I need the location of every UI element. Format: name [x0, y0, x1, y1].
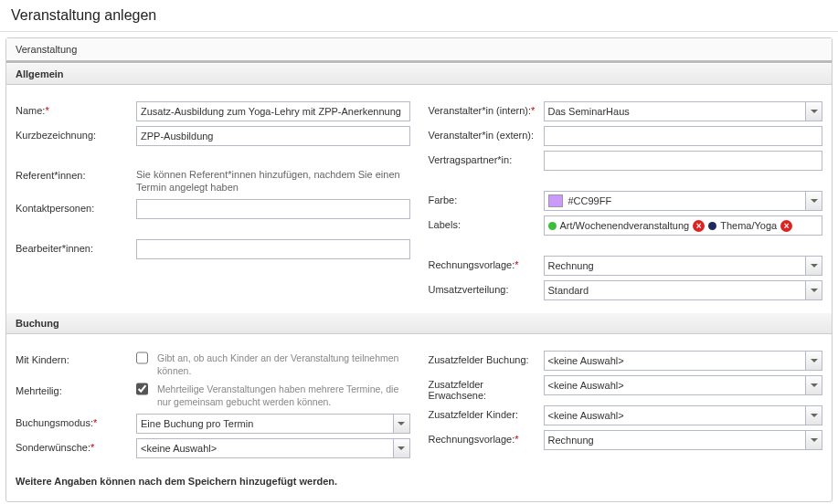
label-rechnung2: Rechnungsvorlage:* — [429, 430, 544, 445]
label-zf-buchung: Zusatzfelder Buchung: — [429, 351, 544, 365]
color-swatch-icon — [548, 194, 563, 207]
remove-tag-icon[interactable]: × — [780, 220, 792, 232]
input-name[interactable] — [136, 101, 410, 121]
combo-rechnung2[interactable]: Rechnung — [544, 430, 823, 450]
page-title: Veranstaltung anlegen — [0, 0, 838, 32]
hint-referent: Sie können Referent*innen hinzufügen, na… — [136, 166, 410, 194]
tag-dot-icon — [548, 222, 557, 230]
main-panel: Veranstaltung Allgemein Name:* Kurzbezei… — [5, 37, 833, 502]
input-veranst-extern[interactable] — [544, 126, 823, 146]
combo-sonder[interactable]: <keine Auswahl> — [136, 438, 410, 458]
labels-box[interactable]: Art/Wochenendveranstaltung × Thema/Yoga … — [544, 215, 823, 236]
label-veranst-extern: Veranstalter*in (extern): — [429, 126, 544, 141]
allgemein-left-column: Name:* Kurzbezeichnung: Referent*innen: … — [16, 101, 410, 305]
remove-tag-icon[interactable]: × — [693, 220, 705, 232]
hint-mitkindern: Gibt an, ob auch Kinder an der Veranstal… — [157, 351, 410, 377]
tag-thema: Thema/Yoga × — [708, 220, 792, 232]
combo-veranst-intern[interactable]: Das SeminarHaus — [544, 101, 823, 121]
combo-zf-kinder[interactable]: <keine Auswahl> — [544, 405, 823, 425]
allgemein-right-column: Veranstalter*in (intern):* Das SeminarHa… — [429, 101, 823, 305]
label-mitkindern: Mit Kindern: — [16, 351, 136, 365]
label-labels: Labels: — [429, 215, 544, 230]
section-header-buchung: Buchung — [6, 312, 832, 334]
chevron-down-icon[interactable] — [805, 192, 822, 210]
combo-zf-erw[interactable]: <keine Auswahl> — [544, 375, 823, 395]
footer-note: Weitere Angaben können nach dem Speicher… — [6, 470, 832, 501]
checkbox-mehrteilig[interactable] — [136, 383, 148, 395]
input-bearbeiter[interactable] — [136, 239, 410, 259]
label-vertrag: Vertragspartner*in: — [429, 151, 544, 165]
label-name: Name:* — [16, 101, 136, 116]
tab-veranstaltung[interactable]: Veranstaltung — [6, 38, 832, 63]
buchung-right-column: Zusatzfelder Buchung: <keine Auswahl> Zu… — [429, 351, 823, 463]
combo-umsatz[interactable]: Standard — [544, 280, 823, 300]
chevron-down-icon[interactable] — [805, 376, 822, 394]
chevron-down-icon[interactable] — [393, 439, 409, 457]
chevron-down-icon[interactable] — [805, 281, 822, 299]
label-rechnung1: Rechnungsvorlage:* — [429, 256, 544, 270]
chevron-down-icon[interactable] — [805, 352, 822, 370]
input-kontakt[interactable] — [136, 199, 410, 219]
combo-farbe[interactable]: #CC99FF — [544, 191, 823, 211]
label-farbe: Farbe: — [429, 191, 544, 205]
chevron-down-icon[interactable] — [805, 406, 822, 425]
section-header-allgemein: Allgemein — [6, 63, 832, 85]
label-zf-kinder: Zusatzfelder Kinder: — [429, 405, 544, 420]
input-vertrag[interactable] — [544, 151, 823, 171]
label-sonder: Sonderwünsche:* — [16, 438, 136, 453]
label-referent: Referent*innen: — [16, 166, 136, 181]
chevron-down-icon[interactable] — [393, 415, 409, 433]
label-kontakt: Kontaktpersonen: — [16, 199, 136, 214]
tag-dot-icon — [708, 222, 716, 230]
chevron-down-icon[interactable] — [805, 431, 822, 449]
label-kurz: Kurzbezeichnung: — [16, 126, 136, 141]
hint-mehrteilig: Mehrteilige Veranstaltungen haben mehrer… — [157, 382, 410, 408]
label-zf-erw: Zusatzfelder Erwachsene: — [429, 375, 544, 401]
combo-zf-buchung[interactable]: <keine Auswahl> — [544, 351, 823, 371]
label-veranst-intern: Veranstalter*in (intern):* — [429, 101, 544, 116]
label-umsatz: Umsatzverteilung: — [429, 280, 544, 295]
input-kurz[interactable] — [136, 126, 410, 146]
label-modus: Buchungsmodus:* — [16, 414, 136, 428]
label-mehrteilig: Mehrteilig: — [16, 382, 136, 396]
tag-art: Art/Wochenendveranstaltung × — [548, 220, 705, 232]
combo-modus[interactable]: Eine Buchung pro Termin — [136, 414, 410, 434]
checkbox-mitkindern[interactable] — [136, 352, 148, 364]
combo-rechnung1[interactable]: Rechnung — [544, 256, 823, 276]
buchung-left-column: Mit Kindern: Gibt an, ob auch Kinder an … — [16, 351, 410, 463]
chevron-down-icon[interactable] — [805, 102, 822, 121]
label-bearbeiter: Bearbeiter*innen: — [16, 239, 136, 254]
chevron-down-icon[interactable] — [805, 257, 822, 275]
